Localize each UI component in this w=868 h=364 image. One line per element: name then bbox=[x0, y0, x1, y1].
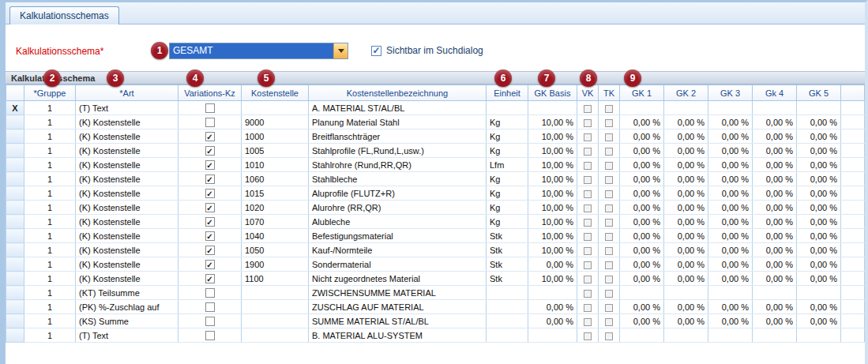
cell-tk[interactable] bbox=[599, 257, 620, 272]
cell-bezeichnung[interactable]: Nicht zugeordnetes Material bbox=[309, 272, 487, 286]
cell-variation[interactable]: ✓ bbox=[178, 229, 242, 243]
cell-gk_basis[interactable]: 0,00 % bbox=[528, 257, 577, 272]
vk-checkbox[interactable] bbox=[584, 205, 592, 212]
cell-kostenstelle[interactable] bbox=[242, 286, 309, 300]
cell-gk0[interactable]: 0,00 % bbox=[620, 215, 664, 229]
cell-gk2[interactable]: 0,00 % bbox=[708, 272, 753, 286]
cell-gk_basis[interactable] bbox=[528, 101, 577, 115]
cell-art[interactable]: (K) Kostenstelle bbox=[76, 158, 178, 172]
cell-variation[interactable] bbox=[178, 286, 242, 300]
tk-checkbox[interactable] bbox=[605, 233, 613, 241]
vk-checkbox[interactable] bbox=[584, 276, 592, 283]
variation-checkbox[interactable] bbox=[205, 288, 215, 298]
tk-checkbox[interactable] bbox=[605, 148, 613, 156]
cell-gk3[interactable]: 0,00 % bbox=[753, 158, 797, 172]
cell-kostenstelle[interactable]: 1000 bbox=[242, 129, 309, 144]
cell-variation[interactable]: ✓ bbox=[178, 272, 242, 286]
cell-vk[interactable] bbox=[577, 243, 599, 257]
cell-gk3[interactable]: 0,00 % bbox=[753, 272, 797, 286]
row-selector[interactable] bbox=[6, 257, 24, 272]
cell-bezeichnung[interactable]: Alurohre (RR,QR) bbox=[309, 201, 487, 215]
vk-checkbox[interactable] bbox=[584, 233, 592, 241]
cell-tk[interactable] bbox=[599, 243, 620, 257]
cell-variation[interactable]: ✓ bbox=[178, 201, 242, 215]
cell-variation[interactable]: ✓ bbox=[178, 257, 242, 272]
cell-kostenstelle[interactable]: 1020 bbox=[242, 201, 309, 215]
cell-gk2[interactable] bbox=[708, 101, 753, 115]
cell-kostenstelle[interactable]: 1100 bbox=[242, 272, 309, 286]
cell-variation[interactable]: ✓ bbox=[178, 158, 242, 172]
cell-gk0[interactable] bbox=[620, 328, 664, 343]
cell-einheit[interactable]: Stk bbox=[487, 243, 528, 257]
cell-vk[interactable] bbox=[577, 172, 599, 186]
cell-gk_basis[interactable] bbox=[528, 328, 577, 343]
cell-art[interactable]: (K) Kostenstelle bbox=[76, 115, 178, 129]
cell-art[interactable]: (K) Kostenstelle bbox=[76, 272, 178, 286]
cell-kostenstelle[interactable]: 1010 bbox=[242, 158, 309, 172]
column-header-vk[interactable]: VK bbox=[577, 85, 599, 101]
cell-gk4[interactable]: 0,00 % bbox=[797, 243, 841, 257]
cell-gruppe[interactable]: 1 bbox=[24, 314, 76, 328]
cell-tk[interactable] bbox=[599, 272, 620, 286]
cell-gk0[interactable]: 0,00 % bbox=[620, 129, 664, 144]
cell-tk[interactable] bbox=[599, 201, 620, 215]
sichtbar-checkbox[interactable]: ✓ bbox=[371, 46, 381, 56]
row-selector[interactable] bbox=[6, 172, 24, 186]
cell-gk0[interactable]: 0,00 % bbox=[620, 144, 664, 158]
cell-kostenstelle[interactable]: 1050 bbox=[242, 243, 309, 257]
cell-gk0[interactable] bbox=[620, 101, 664, 115]
cell-gk1[interactable]: 0,00 % bbox=[664, 144, 708, 158]
tk-checkbox[interactable] bbox=[605, 219, 613, 227]
variation-checkbox[interactable]: ✓ bbox=[205, 260, 215, 269]
cell-variation[interactable] bbox=[178, 314, 242, 328]
cell-kostenstelle[interactable]: 1015 bbox=[242, 186, 309, 201]
cell-gk0[interactable]: 0,00 % bbox=[620, 201, 664, 215]
cell-art[interactable]: (K) Kostenstelle bbox=[76, 229, 178, 243]
cell-bezeichnung[interactable]: Alubleche bbox=[309, 215, 487, 229]
row-selector[interactable] bbox=[6, 186, 24, 201]
cell-bezeichnung[interactable]: A. MATERIAL ST/AL/BL bbox=[309, 101, 487, 115]
cell-bezeichnung[interactable]: Breitflanschträger bbox=[309, 129, 487, 144]
cell-gk1[interactable]: 0,00 % bbox=[664, 186, 708, 201]
variation-checkbox[interactable]: ✓ bbox=[205, 203, 215, 212]
cell-tk[interactable] bbox=[599, 186, 620, 201]
column-header-gk_basis[interactable]: GK Basis bbox=[528, 85, 577, 101]
variation-checkbox[interactable]: ✓ bbox=[205, 132, 215, 141]
cell-gk1[interactable] bbox=[664, 101, 708, 115]
cell-gk3[interactable]: 0,00 % bbox=[753, 215, 797, 229]
variation-checkbox[interactable]: ✓ bbox=[205, 246, 215, 255]
cell-gk4[interactable]: 0,00 % bbox=[797, 229, 841, 243]
cell-art[interactable]: (PK) %-Zuschlag auf bbox=[76, 300, 178, 314]
cell-gk2[interactable]: 0,00 % bbox=[708, 115, 753, 129]
cell-gk4[interactable]: 0,00 % bbox=[797, 144, 841, 158]
vk-checkbox[interactable] bbox=[584, 105, 592, 113]
tab-kalkulationsschemas[interactable]: Kalkulationsschemas bbox=[9, 6, 119, 25]
cell-gk3[interactable]: 0,00 % bbox=[753, 129, 797, 144]
cell-bezeichnung[interactable]: SUMME MATERIAL ST/AL/BL bbox=[309, 314, 487, 328]
cell-art[interactable]: (K) Kostenstelle bbox=[76, 201, 178, 215]
variation-checkbox[interactable] bbox=[205, 331, 215, 340]
cell-tk[interactable] bbox=[599, 129, 620, 144]
cell-gk2[interactable]: 0,00 % bbox=[708, 243, 753, 257]
cell-vk[interactable] bbox=[577, 328, 599, 343]
cell-gk0[interactable]: 0,00 % bbox=[620, 186, 664, 201]
cell-gk4[interactable] bbox=[797, 101, 841, 115]
row-selector[interactable] bbox=[6, 158, 24, 172]
cell-einheit[interactable]: Stk bbox=[487, 257, 528, 272]
cell-variation[interactable]: ✓ bbox=[178, 129, 242, 144]
cell-gk4[interactable]: 0,00 % bbox=[797, 314, 841, 328]
cell-gk0[interactable]: 0,00 % bbox=[620, 229, 664, 243]
row-selector[interactable] bbox=[6, 286, 24, 300]
cell-gk2[interactable]: 0,00 % bbox=[708, 129, 753, 144]
tk-checkbox[interactable] bbox=[605, 247, 613, 255]
cell-variation[interactable]: ✓ bbox=[178, 144, 242, 158]
tk-checkbox[interactable] bbox=[605, 205, 613, 212]
cell-kostenstelle[interactable] bbox=[242, 328, 309, 343]
cell-gk1[interactable]: 0,00 % bbox=[664, 300, 708, 314]
cell-einheit[interactable] bbox=[487, 300, 528, 314]
cell-gk3[interactable]: 0,00 % bbox=[753, 300, 797, 314]
row-selector[interactable] bbox=[6, 243, 24, 257]
cell-gk2[interactable]: 0,00 % bbox=[708, 172, 753, 186]
cell-variation[interactable] bbox=[178, 101, 242, 115]
cell-einheit[interactable]: Kg bbox=[487, 129, 528, 144]
